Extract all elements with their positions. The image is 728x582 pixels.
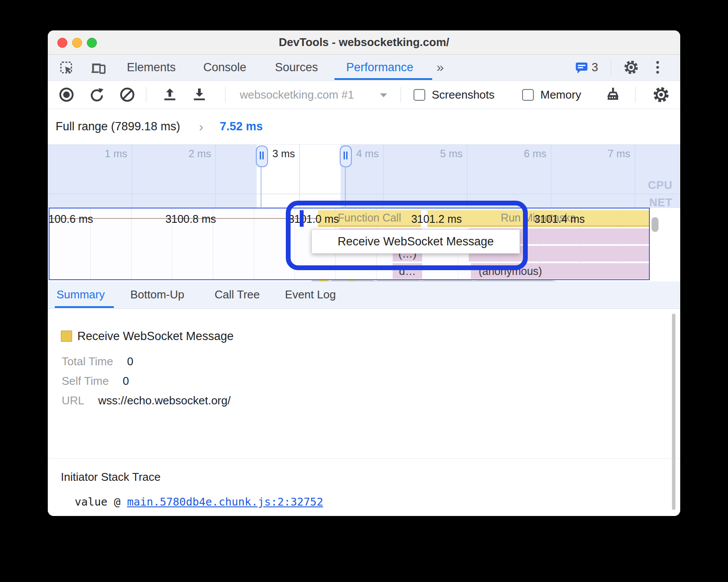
breadcrumb-full-range[interactable]: Full range (7899.18 ms) bbox=[56, 109, 180, 144]
breadcrumb-selected-range[interactable]: 7.52 ms bbox=[220, 109, 263, 144]
flame-tick: 3101.2 ms bbox=[404, 213, 469, 225]
toolbar-separator bbox=[225, 87, 225, 103]
devtools-window: DevTools - websocketking.com/ Elements C… bbox=[48, 30, 680, 516]
stack-source-link[interactable]: main.5780db4e.chunk.js:2:32752 bbox=[127, 496, 323, 508]
window-left-handle[interactable] bbox=[256, 146, 268, 167]
self-time-value: 0 bbox=[122, 374, 129, 387]
active-tab-underline bbox=[334, 78, 432, 80]
tab-console[interactable]: Console bbox=[203, 55, 246, 80]
console-messages-icon[interactable] bbox=[575, 61, 589, 75]
flame-scrollbar-thumb[interactable] bbox=[652, 217, 659, 232]
screenshots-label: Screenshots bbox=[432, 81, 495, 109]
self-time-label: Self Time bbox=[62, 374, 109, 387]
timeline-overview[interactable]: 1 ms 2 ms 3 ms 4 ms 5 ms 6 ms 7 ms bbox=[48, 144, 680, 208]
kebab-menu-icon[interactable] bbox=[655, 60, 660, 75]
flame-bar-truncated-d[interactable]: d… bbox=[393, 263, 422, 279]
total-time-row: Total Time0 bbox=[62, 355, 133, 368]
tab-performance[interactable]: Performance bbox=[346, 55, 414, 80]
clear-icon[interactable] bbox=[119, 86, 136, 103]
event-color-swatch bbox=[61, 331, 72, 342]
titlebar: DevTools - websocketking.com/ bbox=[48, 30, 680, 55]
initiator-stack-trace-heading: Initiator Stack Trace bbox=[61, 470, 161, 484]
details-tabbar: Summary Bottom-Up Call Tree Event Log bbox=[48, 281, 680, 309]
chevron-right-icon: › bbox=[199, 109, 203, 144]
devtools-tabbar: Elements Console Sources Performance » 3 bbox=[48, 55, 680, 81]
reload-record-icon[interactable] bbox=[89, 86, 105, 103]
flame-tick: 3100.8 ms bbox=[158, 213, 223, 225]
screenshots-checkbox[interactable] bbox=[414, 89, 425, 101]
tabbar-separator bbox=[611, 60, 611, 76]
settings-gear-icon[interactable] bbox=[623, 60, 639, 75]
memory-checkbox[interactable] bbox=[522, 89, 534, 101]
event-tooltip: Receive WebSocket Message bbox=[311, 229, 520, 254]
url-value: wss://echo.websocket.org/ bbox=[98, 394, 231, 407]
toolbar-separator bbox=[146, 87, 146, 103]
url-label: URL bbox=[62, 394, 84, 407]
performance-toolbar: websocketking.com #1 Screenshots Memory bbox=[48, 81, 680, 109]
tab-summary[interactable]: Summary bbox=[56, 281, 105, 308]
flame-tick: 3101.4 ms bbox=[527, 213, 592, 225]
window-right-line bbox=[345, 165, 346, 208]
message-count-badge: 3 bbox=[592, 55, 598, 80]
flame-tick: 3100.6 ms bbox=[49, 213, 100, 225]
tab-elements[interactable]: Elements bbox=[127, 55, 176, 80]
total-time-value: 0 bbox=[127, 355, 133, 368]
tab-event-log[interactable]: Event Log bbox=[285, 281, 336, 308]
tab-bottom-up[interactable]: Bottom-Up bbox=[130, 281, 184, 308]
section-divider bbox=[48, 458, 680, 459]
overview-dim-right bbox=[341, 145, 680, 208]
overview-dim-left bbox=[48, 145, 257, 208]
stack-function: value @ bbox=[75, 496, 127, 508]
window-right-handle[interactable] bbox=[340, 146, 352, 167]
tab-call-tree[interactable]: Call Tree bbox=[215, 281, 260, 308]
tab-sources[interactable]: Sources bbox=[275, 55, 318, 80]
stack-trace-line: value @ main.5780db4e.chunk.js:2:32752 bbox=[75, 496, 323, 508]
event-title: Receive WebSocket Message bbox=[77, 330, 234, 343]
total-time-label: Total Time bbox=[62, 355, 113, 368]
window-left-line bbox=[261, 165, 261, 208]
summary-panel: Receive WebSocket Message Total Time0 Se… bbox=[48, 309, 680, 516]
breadcrumb: Full range (7899.18 ms) › 7.52 ms bbox=[48, 109, 680, 144]
profile-select[interactable]: websocketking.com #1 bbox=[240, 81, 354, 109]
self-time-row: Self Time0 bbox=[62, 374, 129, 388]
inspect-element-icon[interactable] bbox=[59, 60, 74, 75]
device-toolbar-icon[interactable] bbox=[90, 60, 106, 75]
selected-websocket-event-marker[interactable] bbox=[300, 210, 304, 227]
more-tabs-icon[interactable]: » bbox=[437, 55, 444, 80]
memory-label: Memory bbox=[540, 81, 581, 109]
url-row: URLwss://echo.websocket.org/ bbox=[62, 394, 231, 407]
flame-bar-anonymous[interactable]: (anonymous) bbox=[471, 263, 649, 279]
garbage-collect-icon[interactable] bbox=[605, 86, 621, 103]
active-details-tab-underline bbox=[55, 306, 114, 308]
window-title: DevTools - websocketking.com/ bbox=[48, 30, 680, 54]
load-profile-icon[interactable] bbox=[162, 86, 178, 103]
chevron-down-icon[interactable] bbox=[379, 92, 388, 100]
capture-settings-gear-icon[interactable] bbox=[652, 86, 670, 103]
details-scrollbar-thumb[interactable] bbox=[672, 314, 675, 510]
record-icon[interactable] bbox=[58, 86, 75, 103]
toolbar-separator bbox=[400, 87, 401, 103]
save-profile-icon[interactable] bbox=[191, 86, 208, 103]
flame-tick: 3101.0 ms bbox=[281, 213, 346, 225]
toolbar-separator bbox=[635, 87, 635, 103]
